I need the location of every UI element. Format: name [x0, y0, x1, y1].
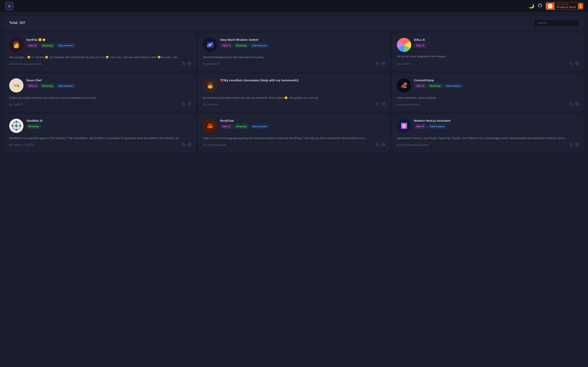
- card-sandnet[interactable]: SandNet AI Browsing SandNet AI is a spec…: [5, 114, 195, 152]
- card-header: 🦧 CosmoChimp DALL·EBrowsingData Analysis: [397, 78, 579, 93]
- card-footer: By BEIQIAO HU: [203, 62, 385, 67]
- openai-icon[interactable]: [187, 143, 191, 147]
- openai-icon[interactable]: [575, 102, 579, 107]
- card-avatar-sandnet: [9, 119, 24, 134]
- svg-text:🦀: 🦀: [207, 123, 214, 129]
- openai-icon[interactable]: [575, 62, 579, 67]
- copy-icon[interactable]: [376, 62, 379, 67]
- ph-name: Product Hunt: [557, 5, 576, 9]
- card-synthia[interactable]: 👩 Synthia 😊⭐ DALL·EBrowsingData Analysis…: [5, 33, 195, 71]
- card-actions: [570, 102, 579, 107]
- svg-rect-14: [377, 104, 379, 106]
- search-input[interactable]: [534, 19, 579, 26]
- card-tags: DALL·EBrowsingData Analysis: [220, 43, 385, 48]
- card-classmates[interactable]: 👧 🎀My excellent classmates (Help with my…: [199, 74, 389, 111]
- svg-text:👧: 👧: [207, 82, 214, 89]
- card-title-section: Step Back Wisdom Seeker DALL·EBrowsingDa…: [220, 38, 385, 48]
- card-description: I'll give you recipes based on the foods…: [9, 96, 191, 100]
- tag-dall-e: DALL·E: [414, 124, 427, 128]
- copy-icon[interactable]: [570, 62, 573, 67]
- main-content: Total: 107 👩 Synthia 😊⭐ DALL·EBrowsingDa…: [0, 12, 588, 156]
- tag-data-analysis: Data Analysis: [250, 43, 269, 48]
- svg-rect-7: [377, 63, 379, 65]
- card-cosmochimp[interactable]: 🦧 CosmoChimp DALL·EBrowsingData Analysis…: [393, 74, 583, 111]
- copy-icon[interactable]: [182, 102, 185, 107]
- card-description: Hello! I'm your Rust language learning a…: [203, 136, 385, 140]
- openai-icon[interactable]: [381, 102, 385, 107]
- tag-dall-e: DALL·E: [414, 43, 427, 48]
- ph-text: FIND US ON Product Hunt: [554, 2, 578, 9]
- card-header: 👨‍🍳 Sous Chef DALL·EBrowsingData Analysi…: [9, 78, 191, 93]
- card-title-section: Modern Next.js Assistant DALL·EData Anal…: [414, 119, 579, 128]
- card-author: By Navid RezaeiSarchoghaei: [397, 143, 429, 146]
- openai-icon[interactable]: [381, 62, 385, 67]
- card-title: Synthia 😊⭐: [26, 38, 191, 42]
- tag-data-analysis: Data Analysis: [56, 43, 75, 48]
- card-tags: DALL·EBrowsingData Analysis: [414, 84, 579, 88]
- svg-text:👩: 👩: [12, 41, 20, 49]
- tag-data-analysis: Data Analysis: [56, 84, 75, 88]
- copy-icon[interactable]: [182, 143, 185, 147]
- card-description: World Knowledge Expert with Step Back Pr…: [203, 55, 385, 59]
- card-actions: [182, 143, 191, 147]
- openai-icon[interactable]: [575, 143, 579, 147]
- github-icon[interactable]: [537, 3, 543, 9]
- card-author: By ChatGPT: [9, 103, 23, 106]
- tag-dall-e: DALL·E: [26, 84, 39, 88]
- card-tags: DALL·EBrowsingData Analysis: [26, 84, 191, 88]
- card-title: CosmoChimp: [414, 78, 579, 82]
- card-step-back[interactable]: 🌌 Step Back Wisdom Seeker DALL·EBrowsing…: [199, 33, 389, 71]
- card-avatar-step-back: 🌌: [203, 38, 217, 53]
- card-rustchat[interactable]: 🦀 RustChat DALL·EBrowsingData Analysis H…: [199, 114, 389, 152]
- card-footer: By Navid RezaeiSarchoghaei: [397, 143, 579, 147]
- card-title-section: CosmoChimp DALL·EBrowsingData Analysis: [414, 78, 579, 88]
- card-author: By ChatGPT: [397, 63, 411, 66]
- svg-rect-4: [183, 63, 185, 65]
- svg-text:👨‍🍳: 👨‍🍳: [13, 82, 20, 89]
- header-right: 🌙 P FIND US ON Product Hunt ▲ 3: [529, 2, 583, 10]
- copy-icon[interactable]: [182, 62, 185, 67]
- tag-dall-e: DALL·E: [414, 84, 427, 88]
- card-footer: By pejmantheory.xyz: [397, 102, 579, 107]
- card-title-section: DALL·E DALL·E: [414, 38, 579, 48]
- svg-rect-8: [571, 63, 573, 65]
- tag-browsing: Browsing: [40, 43, 55, 48]
- card-author: By Kevin Ivery: [203, 103, 219, 106]
- header: G 🌙 P FIND US ON Product Hunt ▲ 3: [0, 0, 588, 12]
- card-sous-chef[interactable]: 👨‍🍳 Sous Chef DALL·EBrowsingData Analysi…: [5, 74, 195, 111]
- svg-text:🦧: 🦧: [400, 82, 407, 89]
- ph-logo-circle: P: [548, 4, 553, 8]
- openai-icon[interactable]: [381, 143, 385, 147]
- openai-icon[interactable]: [187, 102, 191, 107]
- card-actions: [182, 62, 191, 67]
- ph-find-us-label: FIND US ON: [557, 3, 576, 5]
- card-footer: By ChatGPT: [9, 102, 191, 107]
- card-dalle[interactable]: DALL·E DALL·E Let me turn your imaginati…: [393, 33, 583, 71]
- svg-rect-17: [571, 104, 573, 106]
- copy-icon[interactable]: [376, 143, 379, 147]
- product-hunt-badge[interactable]: P FIND US ON Product Hunt ▲ 3: [546, 2, 583, 10]
- card-description: Specialized in Next.js, App Router, Type…: [397, 136, 579, 140]
- card-footer: By community builder: [203, 143, 385, 147]
- openai-icon[interactable]: [187, 62, 191, 67]
- copy-icon[interactable]: [570, 102, 573, 107]
- card-nextjs[interactable]: ⚛️ Modern Next.js Assistant DALL·EData A…: [393, 114, 583, 152]
- ph-count: ▲ 3: [578, 3, 583, 9]
- card-grid: 👩 Synthia 😊⭐ DALL·EBrowsingData Analysis…: [5, 33, 583, 152]
- moon-icon[interactable]: 🌙: [529, 3, 534, 9]
- svg-text:⚛️: ⚛️: [400, 123, 407, 129]
- copy-icon[interactable]: [570, 143, 573, 147]
- card-actions: [376, 62, 385, 67]
- search-bar-container: Total: 107: [5, 16, 583, 29]
- tag-browsing: Browsing: [428, 84, 442, 88]
- card-tags: DALL·EBrowsingData Analysis: [220, 124, 385, 128]
- card-description: Learn everything, about anything.: [397, 96, 579, 100]
- svg-rect-37: [571, 144, 573, 146]
- logo[interactable]: G: [5, 2, 14, 11]
- card-description: My excellent classmates helped me with m…: [203, 96, 385, 100]
- copy-icon[interactable]: [376, 102, 379, 107]
- card-tags: Browsing: [26, 124, 191, 128]
- card-author: By DANIEL S C NIETO: [9, 143, 34, 146]
- card-title-section: SandNet AI Browsing: [26, 119, 191, 128]
- card-author: By BENARY Jacquis Ronaldo: [9, 63, 42, 66]
